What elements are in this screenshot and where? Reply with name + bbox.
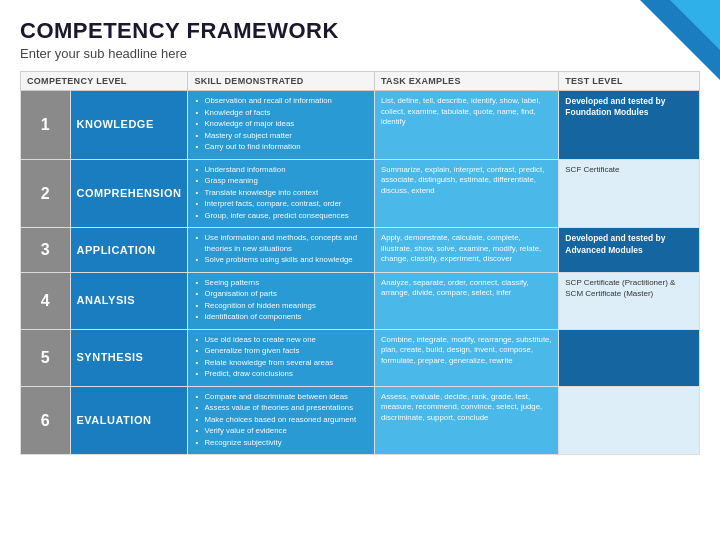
corner-decoration xyxy=(640,0,720,80)
page-title: COMPETENCY FRAMEWORK xyxy=(20,18,700,44)
test-level: SCP Certificate (Practitioner) & SCM Cer… xyxy=(559,272,700,329)
skill-item: Predict, draw conclusions xyxy=(194,369,368,380)
competency-name: SYNTHESIS xyxy=(70,329,188,386)
table-row: 2COMPREHENSIONUnderstand informationGras… xyxy=(21,159,700,228)
competency-name: ANALYSIS xyxy=(70,272,188,329)
task-examples: Analyze, separate, order, connect, class… xyxy=(374,272,558,329)
competency-name: EVALUATION xyxy=(70,386,188,455)
table-row: 4ANALYSISSeeing patternsOrganisation of … xyxy=(21,272,700,329)
competency-table: COMPETENCY LEVEL SKILL DEMONSTRATED TASK… xyxy=(20,71,700,455)
table-row: 1KNOWLEDGEObservation and recall of info… xyxy=(21,91,700,160)
competency-name: APPLICATION xyxy=(70,228,188,273)
task-examples: Assess, evaluate, decide, rank, grade, t… xyxy=(374,386,558,455)
test-level xyxy=(559,386,700,455)
test-level: SCF Certificate xyxy=(559,159,700,228)
level-number: 6 xyxy=(21,386,71,455)
header-task-examples: TASK EXAMPLES xyxy=(374,72,558,91)
skill-item: Mastery of subject matter xyxy=(194,131,368,142)
competency-name: KNOWLEDGE xyxy=(70,91,188,160)
slide: COMPETENCY FRAMEWORK Enter your sub head… xyxy=(0,0,720,540)
level-number: 1 xyxy=(21,91,71,160)
level-number: 3 xyxy=(21,228,71,273)
skill-item: Assess value of theories and presentatio… xyxy=(194,403,368,414)
skill-item: Carry out to find information xyxy=(194,142,368,153)
skill-item: Use old ideas to create new one xyxy=(194,335,368,346)
header-skill-demonstrated: SKILL DEMONSTRATED xyxy=(188,72,375,91)
competency-name: COMPREHENSION xyxy=(70,159,188,228)
test-level-bold: Developed and tested by Foundation Modul… xyxy=(565,96,665,117)
skill-item: Group, infer cause, predict consequences xyxy=(194,211,368,222)
task-examples: Summarize, explain, interpret, contrast,… xyxy=(374,159,558,228)
skill-item: Observation and recall of information xyxy=(194,96,368,107)
skill-item: Organisation of parts xyxy=(194,289,368,300)
level-number: 4 xyxy=(21,272,71,329)
level-number: 5 xyxy=(21,329,71,386)
skill-item: Make choices based on reasoned argument xyxy=(194,415,368,426)
skill-demonstrated: Understand informationGrasp meaningTrans… xyxy=(188,159,375,228)
skill-item: Solve problems using skills and knowledg… xyxy=(194,255,368,266)
skill-item: Recognition of hidden meanings xyxy=(194,301,368,312)
skill-item: Relate knowledge from several areas xyxy=(194,358,368,369)
skill-item: Knowledge of major ideas xyxy=(194,119,368,130)
table-row: 5SYNTHESISUse old ideas to create new on… xyxy=(21,329,700,386)
skill-item: Grasp meaning xyxy=(194,176,368,187)
skill-item: Verify value of evidence xyxy=(194,426,368,437)
skill-item: Seeing patterns xyxy=(194,278,368,289)
test-level-bold: Developed and tested by Advanced Modules xyxy=(565,233,665,254)
skill-item: Interpret facts, compare, contrast, orde… xyxy=(194,199,368,210)
test-level xyxy=(559,329,700,386)
test-level: Developed and tested by Foundation Modul… xyxy=(559,91,700,160)
header-competency-level: COMPETENCY LEVEL xyxy=(21,72,188,91)
skill-item: Knowledge of facts xyxy=(194,108,368,119)
level-number: 2 xyxy=(21,159,71,228)
skill-item: Identification of components xyxy=(194,312,368,323)
skill-demonstrated: Compare and discriminate between ideasAs… xyxy=(188,386,375,455)
task-examples: Apply, demonstrate, calculate, complete,… xyxy=(374,228,558,273)
skill-demonstrated: Use old ideas to create new oneGeneraliz… xyxy=(188,329,375,386)
table-row: 6EVALUATIONCompare and discriminate betw… xyxy=(21,386,700,455)
skill-item: Generalize from given facts xyxy=(194,346,368,357)
test-level: Developed and tested by Advanced Modules xyxy=(559,228,700,273)
test-level-text: SCF Certificate xyxy=(565,165,693,176)
skill-demonstrated: Use information and methods, concepts an… xyxy=(188,228,375,273)
skill-demonstrated: Seeing patternsOrganisation of partsReco… xyxy=(188,272,375,329)
skill-item: Translate knowledge into context xyxy=(194,188,368,199)
skill-item: Recognize subjectivity xyxy=(194,438,368,449)
task-examples: List, define, tell, describe, identify, … xyxy=(374,91,558,160)
test-level-text: SCP Certificate (Practitioner) & SCM Cer… xyxy=(565,278,693,300)
page-subtitle: Enter your sub headline here xyxy=(20,46,700,61)
skill-item: Use information and methods, concepts an… xyxy=(194,233,368,254)
skill-item: Understand information xyxy=(194,165,368,176)
skill-item: Compare and discriminate between ideas xyxy=(194,392,368,403)
skill-demonstrated: Observation and recall of informationKno… xyxy=(188,91,375,160)
task-examples: Combine, integrate, modify, rearrange, s… xyxy=(374,329,558,386)
table-row: 3APPLICATIONUse information and methods,… xyxy=(21,228,700,273)
